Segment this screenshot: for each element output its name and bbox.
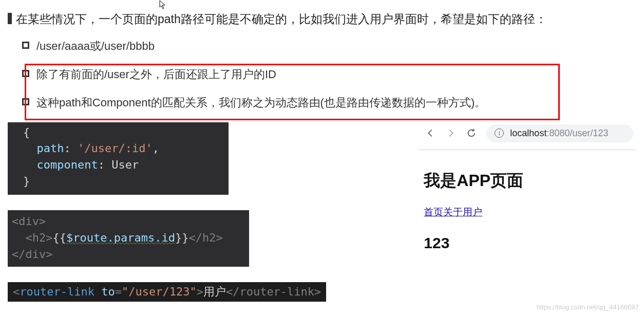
- browser-preview: i localhost:8080/user/123 我是APP页面 首页关于用户…: [419, 122, 636, 252]
- hollow-bullet-icon: [22, 42, 29, 49]
- forward-icon[interactable]: [445, 127, 457, 139]
- info-icon[interactable]: i: [495, 128, 504, 138]
- list-item: 除了有前面的/user之外，后面还跟上了用户的ID: [22, 66, 636, 83]
- url-text: localhost:8080/user/123: [510, 128, 608, 139]
- watermark: https://blog.csdn.net/qq_44166697: [537, 303, 639, 311]
- browser-toolbar: i localhost:8080/user/123: [419, 122, 636, 150]
- back-icon[interactable]: [425, 127, 436, 139]
- page-content: 我是APP页面 首页关于用户 123: [419, 150, 636, 252]
- code-block-router-link: <router-link to="/user/123">用户</router-l…: [8, 282, 326, 302]
- nav-links[interactable]: 首页关于用户: [424, 206, 631, 219]
- page-title: 我是APP页面: [424, 170, 631, 192]
- address-bar[interactable]: i localhost:8080/user/123: [486, 124, 633, 142]
- list-item-text: 这种path和Component的匹配关系，我们称之为动态路由(也是路由传递数据…: [36, 94, 486, 111]
- reload-icon[interactable]: [466, 127, 477, 139]
- code-block-template: <div> <h2>{{$route.params.id}}</h2> </di…: [8, 210, 249, 267]
- main-bullet-item: 在某些情况下，一个页面的path路径可能是不确定的，比如我们进入用户界面时，希望…: [8, 10, 636, 28]
- main-bullet-text: 在某些情况下，一个页面的path路径可能是不确定的，比如我们进入用户界面时，希望…: [16, 10, 547, 28]
- code-block-router-config: { path: '/user/:id', component: User }: [8, 122, 229, 195]
- route-param-result: 123: [424, 234, 631, 252]
- bullet-marker-icon: [8, 13, 12, 24]
- hollow-bullet-icon: [22, 70, 29, 77]
- list-item: 这种path和Component的匹配关系，我们称之为动态路由(也是路由传递数据…: [22, 94, 636, 111]
- list-item: /user/aaaa或/user/bbbb: [22, 38, 636, 54]
- list-item-text: 除了有前面的/user之外，后面还跟上了用户的ID: [36, 66, 276, 83]
- hollow-bullet-icon: [22, 98, 29, 105]
- list-item-text: /user/aaaa或/user/bbbb: [36, 38, 155, 54]
